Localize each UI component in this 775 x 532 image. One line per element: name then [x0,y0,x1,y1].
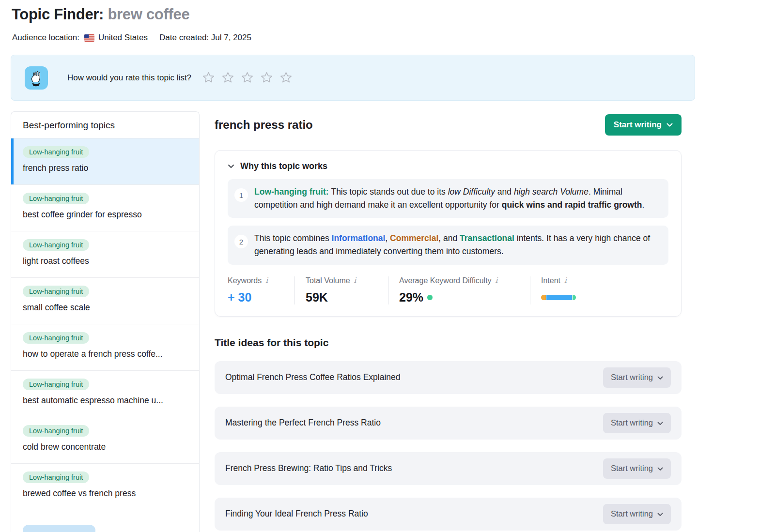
intent-distribution-bar [541,295,576,300]
start-writing-label: Start writing [611,418,653,427]
topic-label: best coffee grinder for espresso [23,210,187,220]
page-title: Topic Finder: brew coffee [12,6,189,23]
start-writing-button-idea-4[interactable]: Start writing [603,504,671,524]
why-topic-works-header[interactable]: Why this topic works [228,161,668,171]
topic-detail-panel: french press ratio Start writing Why thi… [215,111,682,531]
audience-location-value: United States [98,33,148,43]
topic-label: best automatic espresso machine u... [23,395,187,406]
low-hanging-fruit-badge: Low-hanging fruit [23,286,89,297]
title-idea-card-1: Optimal French Press Coffee Ratios Expla… [215,361,682,394]
total-volume-label: Total Volume [306,276,350,285]
us-flag-icon [84,34,94,42]
keywords-label: Keywords [228,276,262,285]
topic-label: small coffee scale [23,303,187,313]
star-icon-2[interactable] [221,71,234,84]
start-writing-label: Start writing [614,120,662,130]
topic-label: light roast coffees [23,256,187,266]
low-hanging-fruit-badge: Low-hanging fruit [23,193,89,204]
sidebar-item-partial[interactable] [11,510,199,532]
best-performing-topics-panel: Best-performing topics Low-hanging fruit… [11,111,200,532]
start-writing-button-idea-1[interactable]: Start writing [603,367,671,388]
partial-topic-badge [23,525,95,532]
low-hanging-fruit-badge: Low-hanging fruit [23,471,89,483]
rating-question: How would you rate this topic list? [67,73,191,83]
start-writing-button[interactable]: Start writing [605,114,682,136]
start-writing-label: Start writing [611,373,653,382]
sidebar-item-french-press-ratio[interactable]: Low-hanging fruit french press ratio [11,138,199,185]
topic-detail-title: french press ratio [215,118,313,132]
sidebar-item-how-to-operate-french-press[interactable]: Low-hanging fruit how to operate a frenc… [11,324,199,371]
info-icon[interactable]: i [496,277,498,284]
title-idea-text: Optimal French Press Coffee Ratios Expla… [225,372,401,382]
point-text: This topic combines Informational, Comme… [254,232,659,258]
sidebar-item-best-automatic-espresso-machine[interactable]: Low-hanging fruit best automatic espress… [11,371,199,417]
difficulty-label: Average Keyword Difficulty [399,276,492,285]
point-text: Low-hanging fruit: This topic stands out… [254,185,659,212]
difficulty-status-dot [427,295,433,300]
chevron-down-icon [228,162,234,171]
metric-divider [294,276,295,304]
title-ideas-heading: Title ideas for this topic [215,337,682,349]
star-icon-1[interactable] [202,71,215,84]
metrics-row: Keywordsi + 30 Total Volumei 59K Average… [228,275,668,304]
start-writing-button-idea-3[interactable]: Start writing [603,458,671,479]
low-hanging-fruit-badge: Low-hanging fruit [23,425,89,437]
low-hanging-fruit-badge: Low-hanging fruit [23,239,89,251]
low-hanging-fruit-badge: Low-hanging fruit [23,332,89,344]
sidebar-title: Best-performing topics [11,112,199,138]
intent-segment-transactional [573,295,576,300]
why-topic-works-card: Why this topic works 1 Low-hanging fruit… [215,150,682,317]
info-icon[interactable]: i [265,277,268,284]
sidebar-item-brewed-coffee-vs-french-press[interactable]: Low-hanging fruit brewed coffee vs frenc… [11,464,199,510]
start-writing-label: Start writing [611,509,653,518]
title-idea-card-2: Mastering the Perfect French Press Ratio… [215,407,682,440]
low-hanging-fruit-badge: Low-hanging fruit [23,146,89,158]
metric-divider [530,276,530,304]
info-icon[interactable]: i [354,277,356,284]
total-volume-value: 59K [306,290,377,304]
metric-keywords: Keywordsi + 30 [228,276,284,304]
star-icon-4[interactable] [260,71,273,84]
page-title-query: brew coffee [108,6,189,23]
rating-banner: How would you rate this topic list? [11,55,695,101]
point-number: 1 [234,188,248,202]
why-point-2: 2 This topic combines Informational, Com… [228,226,668,264]
title-idea-text: French Press Brewing: Ratio Tips and Tri… [225,463,392,473]
page-title-prefix: Topic Finder: [12,6,108,23]
info-icon[interactable]: i [564,277,567,284]
title-idea-card-3: French Press Brewing: Ratio Tips and Tri… [215,452,682,485]
chevron-down-icon [657,464,663,473]
metric-total-volume: Total Volumei 59K [306,276,377,304]
title-idea-text: Finding Your Ideal French Press Ratio [225,509,368,519]
sidebar-item-best-coffee-grinder[interactable]: Low-hanging fruit best coffee grinder fo… [11,185,199,231]
topic-label: how to operate a french press coffe... [23,349,187,359]
intent-segment-commercial [541,295,546,300]
hand-icon [25,66,48,90]
intent-segment-informational [546,295,572,300]
chevron-down-icon [657,373,663,382]
start-writing-button-idea-2[interactable]: Start writing [603,413,671,433]
topic-label: french press ratio [23,163,187,173]
low-hanging-fruit-badge: Low-hanging fruit [23,379,89,390]
page-subheader: Audience location: United States Date cr… [12,33,251,43]
keywords-value: + 30 [228,290,284,304]
title-idea-text: Mastering the Perfect French Press Ratio [225,418,381,428]
start-writing-label: Start writing [611,464,653,473]
sidebar-item-cold-brew-concentrate[interactable]: Low-hanging fruit cold brew concentrate [11,417,199,464]
page-header: Topic Finder: brew coffee [12,6,189,23]
audience-location-label: Audience location: [12,33,79,43]
rating-stars [202,71,293,84]
metric-divider [388,276,388,304]
sidebar-item-light-roast-coffees[interactable]: Low-hanging fruit light roast coffees [11,231,199,278]
why-topic-works-title: Why this topic works [240,161,327,171]
star-icon-3[interactable] [241,71,254,84]
sidebar-item-small-coffee-scale[interactable]: Low-hanging fruit small coffee scale [11,278,199,324]
topic-detail-header: french press ratio Start writing [215,111,682,138]
topic-label: brewed coffee vs french press [23,488,187,499]
difficulty-value: 29% [399,290,423,304]
chevron-down-icon [666,120,673,130]
star-icon-5[interactable] [279,71,293,84]
chevron-down-icon [657,418,663,427]
metric-keyword-difficulty: Average Keyword Difficultyi 29% [399,276,519,304]
point-number: 2 [234,235,248,248]
